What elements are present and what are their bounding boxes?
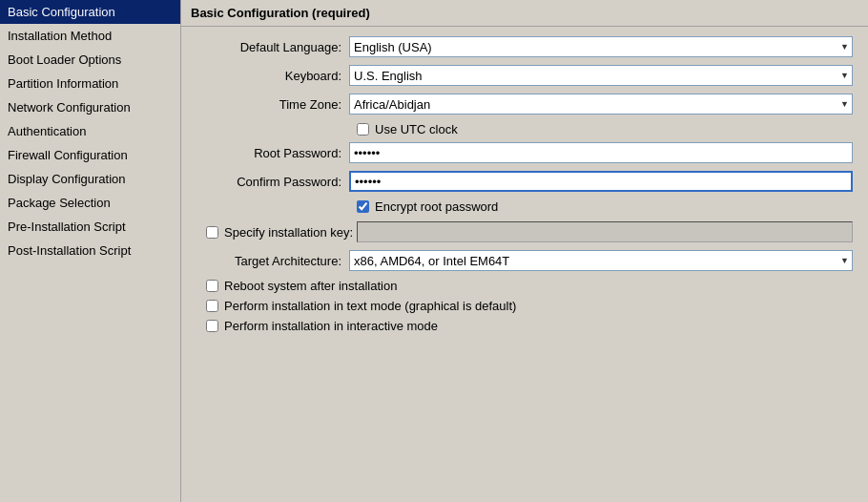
target-arch-select[interactable]: x86, AMD64, or Intel EM64T xyxy=(349,250,853,271)
sidebar-item-installation-method[interactable]: Installation Method xyxy=(0,24,180,48)
sidebar-item-display[interactable]: Display Configuration xyxy=(0,167,180,191)
root-password-label: Root Password: xyxy=(196,146,349,160)
target-arch-wrapper: x86, AMD64, or Intel EM64T xyxy=(349,250,853,271)
root-password-row: Root Password: xyxy=(196,142,853,163)
timezone-label: Time Zone: xyxy=(196,97,349,112)
page-title: Basic Configuration (required) xyxy=(181,0,868,27)
default-language-row: Default Language: English (USA) xyxy=(196,36,853,57)
sidebar-item-boot-loader[interactable]: Boot Loader Options xyxy=(0,48,180,72)
reboot-checkbox[interactable] xyxy=(206,280,218,292)
utc-checkbox-row: Use UTC clock xyxy=(357,122,853,136)
text-mode-label: Perform installation in text mode (graph… xyxy=(224,299,516,313)
reboot-label: Reboot system after installation xyxy=(224,279,397,293)
timezone-wrapper: Africa/Abidjan xyxy=(349,94,853,115)
utc-row: Use UTC clock xyxy=(196,122,853,136)
specify-key-checkbox[interactable] xyxy=(206,226,218,239)
text-mode-checkbox[interactable] xyxy=(206,300,218,312)
encrypt-row: Encrypt root password xyxy=(196,199,853,214)
confirm-password-label: Confirm Password: xyxy=(196,175,349,189)
encrypt-label: Encrypt root password xyxy=(375,199,498,214)
target-arch-row: Target Architecture: x86, AMD64, or Inte… xyxy=(196,250,853,271)
root-password-wrapper xyxy=(349,142,853,163)
confirm-password-input[interactable] xyxy=(349,171,853,192)
sidebar-item-partition[interactable]: Partition Information xyxy=(0,72,180,95)
sidebar-item-pre-install[interactable]: Pre-Installation Script xyxy=(0,215,180,239)
timezone-select[interactable]: Africa/Abidjan xyxy=(349,94,853,115)
text-mode-row: Perform installation in text mode (graph… xyxy=(196,299,853,313)
sidebar-item-auth[interactable]: Authentication xyxy=(0,119,180,143)
specify-key-label: Specify installation key: xyxy=(224,225,353,240)
sidebar-item-network[interactable]: Network Configuration xyxy=(0,95,180,119)
default-language-wrapper: English (USA) xyxy=(349,36,853,57)
sidebar-item-packages[interactable]: Package Selection xyxy=(0,191,180,215)
root-password-input[interactable] xyxy=(349,142,853,163)
keyboard-wrapper: U.S. English xyxy=(349,65,853,86)
reboot-row: Reboot system after installation xyxy=(196,279,853,293)
main-content: Basic Configuration (required) Default L… xyxy=(181,0,868,502)
sidebar-item-basic-config[interactable]: Basic Configuration xyxy=(0,0,180,24)
sidebar-item-firewall[interactable]: Firewall Configuration xyxy=(0,143,180,167)
utc-clock-checkbox[interactable] xyxy=(357,123,369,136)
default-language-label: Default Language: xyxy=(196,40,349,54)
default-language-select[interactable]: English (USA) xyxy=(349,36,853,57)
interactive-row: Perform installation in interactive mode xyxy=(196,319,853,333)
interactive-label: Perform installation in interactive mode xyxy=(224,319,438,333)
target-arch-label: Target Architecture: xyxy=(196,254,349,268)
utc-clock-label: Use UTC clock xyxy=(375,122,458,136)
specify-key-row: Specify installation key: xyxy=(196,221,853,242)
specify-key-input[interactable] xyxy=(357,221,853,242)
confirm-password-wrapper xyxy=(349,171,853,192)
timezone-row: Time Zone: Africa/Abidjan xyxy=(196,94,853,115)
sidebar-item-post-install[interactable]: Post-Installation Script xyxy=(0,239,180,262)
sidebar: Basic Configuration Installation Method … xyxy=(0,0,181,502)
keyboard-label: Keyboard: xyxy=(196,69,349,83)
confirm-password-row: Confirm Password: xyxy=(196,171,853,192)
keyboard-select[interactable]: U.S. English xyxy=(349,65,853,86)
encrypt-checkbox[interactable] xyxy=(357,200,369,213)
interactive-checkbox[interactable] xyxy=(206,320,218,332)
keyboard-row: Keyboard: U.S. English xyxy=(196,65,853,86)
